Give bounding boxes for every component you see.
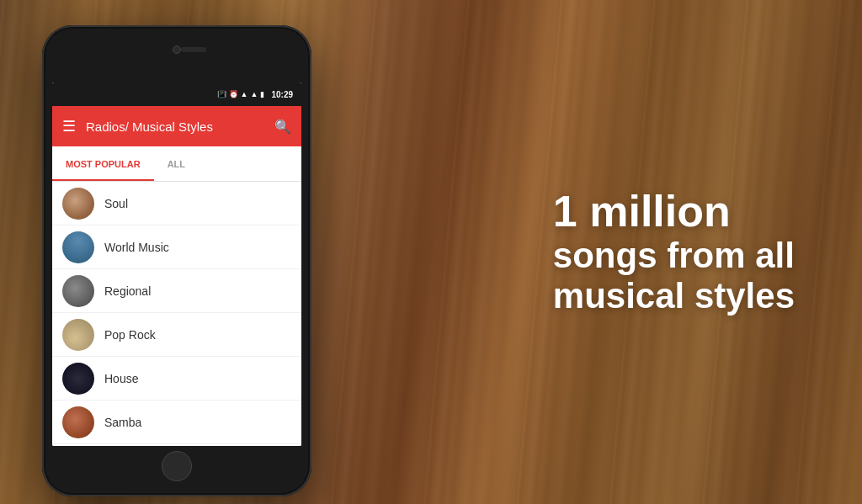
status-icons: 📳 ⏰ ▲ ▲ ▮ — [217, 90, 265, 98]
tab-most-popular[interactable]: MOST POPULAR — [52, 146, 154, 181]
list-item[interactable]: Samba — [52, 401, 301, 444]
battery-icon: ▮ — [260, 90, 264, 98]
app-toolbar: ☰ Radios/ Musical Styles 🔍 — [52, 106, 301, 146]
phone-mockup: 📳 ⏰ ▲ ▲ ▮ 10:29 ☰ Radios/ Musical Styles… — [42, 25, 311, 496]
app-title: Radios/ Musical Styles — [86, 119, 264, 134]
list-item[interactable]: World Music — [52, 225, 301, 269]
vibrate-icon: 📳 — [217, 90, 226, 98]
promo-line3: musical styles — [553, 276, 795, 316]
genre-label: House — [104, 372, 138, 385]
signal-icon: ▲ — [251, 90, 258, 98]
genre-avatar — [62, 406, 94, 438]
phone-body: 📳 ⏰ ▲ ▲ ▮ 10:29 ☰ Radios/ Musical Styles… — [42, 25, 311, 496]
list-item[interactable]: House — [52, 357, 301, 401]
phone-camera — [173, 45, 181, 54]
phone-screen: 📳 ⏰ ▲ ▲ ▮ 10:29 ☰ Radios/ Musical Styles… — [52, 82, 301, 446]
phone-speaker — [181, 47, 206, 52]
music-genre-list: SoulWorld MusicRegionalPop RockHouseSamb… — [52, 182, 301, 446]
genre-label: Soul — [104, 197, 128, 210]
genre-label: Regional — [104, 284, 151, 298]
genre-avatar — [62, 363, 94, 395]
genre-avatar — [62, 319, 94, 351]
list-item[interactable]: Samba Rock — [52, 444, 301, 446]
status-time: 10:29 — [271, 90, 293, 99]
list-item[interactable]: Soul — [52, 182, 301, 225]
phone-home-button — [162, 451, 192, 481]
genre-avatar — [62, 231, 94, 263]
genre-label: Samba — [104, 416, 141, 429]
genre-label: Pop Rock — [104, 328, 156, 342]
tab-all[interactable]: ALL — [154, 146, 199, 181]
tab-bar: MOST POPULAR ALL — [52, 146, 301, 182]
list-item[interactable]: Regional — [52, 269, 301, 313]
promo-line1: 1 million — [553, 188, 795, 236]
genre-avatar — [62, 188, 94, 220]
search-icon[interactable]: 🔍 — [274, 119, 291, 135]
genre-label: World Music — [104, 241, 169, 254]
wifi-icon: ▲ — [241, 90, 248, 98]
hamburger-icon[interactable]: ☰ — [62, 119, 76, 134]
alarm-icon: ⏰ — [229, 90, 238, 98]
promo-text-block: 1 million songs from all musical styles — [553, 188, 795, 317]
list-item[interactable]: Pop Rock — [52, 313, 301, 357]
promo-line2: songs from all — [553, 236, 795, 276]
status-bar: 📳 ⏰ ▲ ▲ ▮ 10:29 — [52, 82, 301, 106]
genre-avatar — [62, 275, 94, 307]
